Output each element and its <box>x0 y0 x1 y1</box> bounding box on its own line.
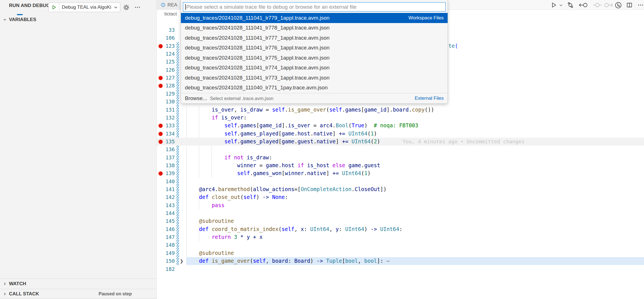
line-number[interactable]: 140 <box>157 178 175 185</box>
split-editor-icon[interactable] <box>625 1 633 9</box>
code-line[interactable]: 182 <box>157 265 644 273</box>
line-number[interactable]: 149 <box>157 249 175 257</box>
line-number[interactable]: 126 <box>157 66 175 74</box>
line-number[interactable]: 182 <box>157 265 175 273</box>
line-number[interactable]: 106 <box>157 34 175 42</box>
code-text: te( <box>448 42 458 50</box>
quickpick-item[interactable]: debug_traces/20241028_111041_lr774_1appl… <box>181 63 448 73</box>
quickpick-item[interactable]: debug_traces/20241028_111041_lr775_1appl… <box>181 53 448 63</box>
start-debug-button[interactable] <box>49 3 59 12</box>
trace-swap-icon[interactable] <box>566 1 574 9</box>
line-number[interactable]: 129 <box>157 90 175 98</box>
progress-bar <box>17 14 23 15</box>
code-line[interactable]: 139self.games_won[winner.native] += UInt… <box>157 169 644 177</box>
code-line[interactable]: 134self.games_played[game.host.native] +… <box>157 130 644 138</box>
line-number[interactable]: 138 <box>157 162 175 169</box>
code-line[interactable]: 135self.games_played[game.guest.native] … <box>157 138 644 146</box>
breadcrumb[interactable]: tictact <box>164 10 177 18</box>
code-line[interactable]: 148 <box>157 241 644 249</box>
quickpick-item[interactable]: debug_traces/20241028_111041_lr776_1appl… <box>181 43 448 53</box>
line-number[interactable]: 128 <box>157 82 175 90</box>
code-line[interactable]: 146def coord_to_matrix_index(self, x: UI… <box>157 225 644 233</box>
line-number[interactable]: 144 <box>157 209 175 217</box>
line-number[interactable]: 139 <box>157 169 175 177</box>
fold-chevron-icon[interactable]: ❯ <box>180 257 183 265</box>
code-text: self.games[game_id].is_over = arc4.Bool(… <box>225 122 418 130</box>
code-line[interactable]: 132if is_over: <box>157 114 644 122</box>
line-number[interactable]: 33 <box>157 26 175 34</box>
quickpick-item-badge: Workspace Files <box>409 15 444 21</box>
quickpick-list: debug_traces/20241028_111041_lr779_1appl… <box>181 13 448 93</box>
line-number[interactable]: 141 <box>157 185 175 193</box>
transaction-graph-icon[interactable] <box>614 1 622 9</box>
quickpick-item-label: debug_traces/20241028_111041_lr777_1appl… <box>185 35 330 41</box>
line-number[interactable]: 131 <box>157 106 175 114</box>
run-dropdown-chevron-icon[interactable] <box>558 1 564 9</box>
code-line[interactable]: 138winner = game.host if is_host else ga… <box>157 162 644 169</box>
line-number[interactable]: 148 <box>157 241 175 249</box>
line-number[interactable]: 135 <box>157 138 175 146</box>
browse-label: Browse... <box>185 95 207 101</box>
line-number[interactable]: 137 <box>157 154 175 162</box>
line-number[interactable]: 146 <box>157 225 175 233</box>
line-number[interactable]: 150 <box>157 257 175 265</box>
code-line[interactable]: 143pass <box>157 201 644 209</box>
line-number[interactable]: 145 <box>157 217 175 225</box>
step-forward-icon[interactable] <box>604 1 614 9</box>
code-line[interactable]: 144 <box>157 209 644 217</box>
play-icon <box>51 4 57 10</box>
gear-icon[interactable] <box>122 3 130 11</box>
quickpick-browse-item[interactable]: Browse... Select external .trace.avm.jso… <box>181 93 448 103</box>
quickpick-item[interactable]: debug_traces/20241028_111041_lr778_1appl… <box>181 23 448 33</box>
quickpick-input[interactable]: Please select a simulate trace file to d… <box>183 2 446 12</box>
code-line[interactable]: 141@arc4.baremethod(allow_actions=[OnCom… <box>157 185 644 193</box>
code-line[interactable]: 133self.games[game_id].is_over = arc4.Bo… <box>157 122 644 130</box>
line-number[interactable]: 134 <box>157 130 175 138</box>
line-number[interactable]: 124 <box>157 50 175 58</box>
paused-status-badge: Paused on step <box>99 291 132 296</box>
code-line[interactable]: 147return 3 * y + x <box>157 233 644 241</box>
line-number[interactable]: 133 <box>157 122 175 130</box>
step-back-icon[interactable] <box>578 1 588 9</box>
more-actions-icon[interactable] <box>133 3 142 11</box>
line-number[interactable]: 127 <box>157 74 175 82</box>
external-files-link[interactable]: External Files <box>415 96 444 101</box>
line-number[interactable]: 147 <box>157 233 175 241</box>
quickpick-item-label: debug_traces/20241028_111041_lr773_1appl… <box>185 75 330 81</box>
reverse-continue-icon[interactable] <box>592 1 602 9</box>
quickpick-item[interactable]: debug_traces/20241028_111041_lr779_1appl… <box>181 13 448 23</box>
code-line[interactable]: 140 <box>157 178 644 185</box>
more-actions-icon[interactable] <box>637 1 644 9</box>
watch-section-header[interactable]: WATCH <box>0 278 157 289</box>
chevron-down-icon <box>113 5 120 10</box>
code-text: @arc4.baremethod(allow_actions=[OnComple… <box>199 185 386 193</box>
quickpick-item[interactable]: debug_traces/20241028_111040_lr771_1pay.… <box>181 83 448 93</box>
line-number[interactable]: 143 <box>157 201 175 209</box>
chevron-right-icon <box>1 292 8 296</box>
quickpick-item[interactable]: debug_traces/20241028_111041_lr773_1appl… <box>181 73 448 83</box>
line-number[interactable]: 125 <box>157 58 175 66</box>
tab-label: REA <box>167 2 177 8</box>
code-line[interactable]: 131is_over, is_draw = self.is_game_over(… <box>157 106 644 114</box>
quickpick-item-label: debug_traces/20241028_111041_lr778_1appl… <box>185 25 330 31</box>
code-line[interactable]: 142def close_out(self) -> None: <box>157 193 644 201</box>
code-line[interactable]: 150❯def is_game_over(self, board: Board)… <box>157 257 644 265</box>
quickpick-dropdown: Please select a simulate trace file to d… <box>181 0 448 104</box>
line-number[interactable]: 130 <box>157 98 175 106</box>
line-number[interactable]: 136 <box>157 146 175 153</box>
line-number[interactable]: 123 <box>157 42 175 50</box>
code-line[interactable]: 137if not is_draw: <box>157 154 644 162</box>
line-number[interactable]: 142 <box>157 193 175 201</box>
info-icon <box>161 3 165 7</box>
tab-readme[interactable]: REA <box>157 0 181 10</box>
quickpick-item[interactable]: debug_traces/20241028_111041_lr777_1appl… <box>181 33 448 43</box>
code-line[interactable]: 149@subroutine <box>157 249 644 257</box>
code-line[interactable]: 145@subroutine <box>157 217 644 225</box>
variables-section-header[interactable]: VARIABLES <box>0 15 157 24</box>
run-and-debug-sidebar: RUN AND DEBUG Debug TEAL via AlgoKi <box>0 0 157 299</box>
debug-config-select[interactable]: Debug TEAL via AlgoKi <box>48 3 120 12</box>
code-line[interactable]: 136 <box>157 146 644 153</box>
call-stack-section-header[interactable]: CALL STACK Paused on step <box>0 289 157 299</box>
run-button[interactable] <box>550 1 558 9</box>
line-number[interactable]: 132 <box>157 114 175 122</box>
